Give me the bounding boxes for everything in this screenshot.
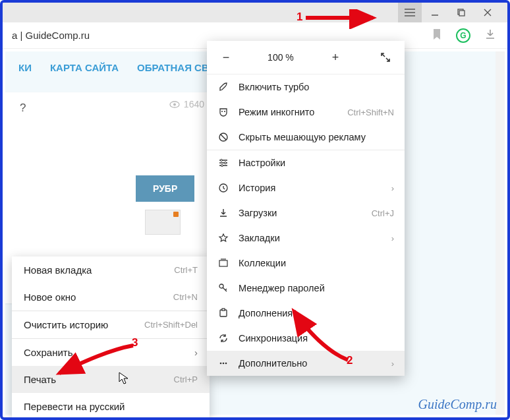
star-icon xyxy=(217,233,229,243)
block-icon xyxy=(217,132,229,142)
rocket-icon xyxy=(217,82,229,92)
category-header: РУБР xyxy=(136,175,194,202)
svg-rect-1 xyxy=(459,11,465,16)
history-icon xyxy=(217,183,229,193)
mask-icon xyxy=(217,107,229,117)
menu-item-hide-ads[interactable]: Скрыть мешающую рекламу xyxy=(207,125,405,150)
menu-item-bookmarks[interactable]: Закладки › xyxy=(207,225,405,251)
sync-icon xyxy=(217,333,229,344)
svg-point-4 xyxy=(221,111,223,112)
annotation-arrow-1 xyxy=(303,9,382,29)
chevron-right-icon: › xyxy=(391,359,394,369)
browser-submenu-more: Новая вкладка Ctrl+T Новое окно Ctrl+N О… xyxy=(12,256,210,420)
tab-title: a | GuideComp.ru xyxy=(12,30,90,41)
zoom-out-button[interactable]: − xyxy=(217,49,235,66)
menu-hamburger-button[interactable] xyxy=(398,3,422,22)
svg-point-5 xyxy=(224,111,225,112)
zoom-level: 100 % xyxy=(268,52,294,63)
scrollbar-track[interactable] xyxy=(496,51,505,415)
annotation-arrow-3 xyxy=(51,343,144,382)
svg-rect-11 xyxy=(219,260,227,266)
chevron-right-icon: › xyxy=(194,347,198,358)
nav-link[interactable]: ОБРАТНАЯ СВЯ xyxy=(137,62,215,73)
grammarly-icon[interactable]: G xyxy=(456,28,470,43)
window-titlebar xyxy=(3,3,507,22)
more-dots-icon xyxy=(217,358,229,369)
thumbnail xyxy=(145,210,181,235)
shortcut-label: Ctrl+Shift+N xyxy=(347,107,394,117)
svg-point-15 xyxy=(220,363,222,365)
submenu-item-new-window[interactable]: Новое окно Ctrl+N xyxy=(12,284,210,311)
svg-point-17 xyxy=(225,363,227,365)
eye-icon xyxy=(169,101,180,108)
menu-item-passwords[interactable]: Менеджер паролей xyxy=(207,276,405,301)
menu-item-downloads[interactable]: Загрузки Ctrl+J xyxy=(207,200,405,225)
shortcut-label: Ctrl+T xyxy=(174,265,198,275)
nav-link[interactable]: КАРТА САЙТА xyxy=(50,62,119,73)
cursor-icon xyxy=(119,372,129,388)
views-count: 1640 xyxy=(169,99,204,109)
window-minimize-button[interactable] xyxy=(422,3,448,22)
download-arrow-icon xyxy=(217,208,229,218)
menu-item-history[interactable]: История › xyxy=(207,175,405,200)
key-icon xyxy=(217,283,229,293)
annotation-number-2: 2 xyxy=(347,354,353,367)
menu-item-turbo[interactable]: Включить турбо xyxy=(207,75,405,100)
shortcut-label: Ctrl+N xyxy=(173,292,198,302)
svg-point-9 xyxy=(221,165,223,167)
chevron-right-icon: › xyxy=(391,233,394,243)
submenu-item-clear-history[interactable]: Очистить историю Ctrl+Shift+Del xyxy=(12,311,210,338)
shortcut-label: Ctrl+P xyxy=(174,375,198,384)
menu-item-incognito[interactable]: Режим инкогнито Ctrl+Shift+N xyxy=(207,100,405,125)
bookmark-icon[interactable] xyxy=(432,28,441,42)
annotation-number-1: 1 xyxy=(297,11,302,24)
window-maximize-button[interactable] xyxy=(448,3,474,22)
window-close-button[interactable] xyxy=(474,3,501,22)
svg-point-7 xyxy=(221,160,223,162)
collections-icon xyxy=(217,258,229,268)
menu-item-collections[interactable]: Коллекции xyxy=(207,251,405,276)
zoom-controls: − 100 % + xyxy=(207,41,405,75)
shortcut-label: Ctrl+Shift+Del xyxy=(144,320,198,330)
chevron-right-icon: › xyxy=(391,183,394,193)
submenu-item-new-tab[interactable]: Новая вкладка Ctrl+T xyxy=(12,256,210,284)
submenu-item-translate[interactable]: Перевести на русский xyxy=(12,393,210,420)
shortcut-label: Ctrl+J xyxy=(372,208,394,218)
svg-point-16 xyxy=(223,363,225,365)
svg-rect-14 xyxy=(222,309,225,311)
sliders-icon xyxy=(217,158,229,168)
menu-item-settings[interactable]: Настройки xyxy=(207,150,405,175)
zoom-in-button[interactable]: + xyxy=(327,49,344,66)
download-icon[interactable] xyxy=(485,29,496,42)
nav-link[interactable]: КИ xyxy=(18,62,32,73)
annotation-number-3: 3 xyxy=(132,336,138,349)
svg-point-8 xyxy=(225,162,227,164)
fullscreen-button[interactable] xyxy=(377,49,394,66)
svg-point-3 xyxy=(173,103,176,105)
addons-icon xyxy=(217,308,229,318)
watermark: GuideComp.ru xyxy=(418,397,497,412)
